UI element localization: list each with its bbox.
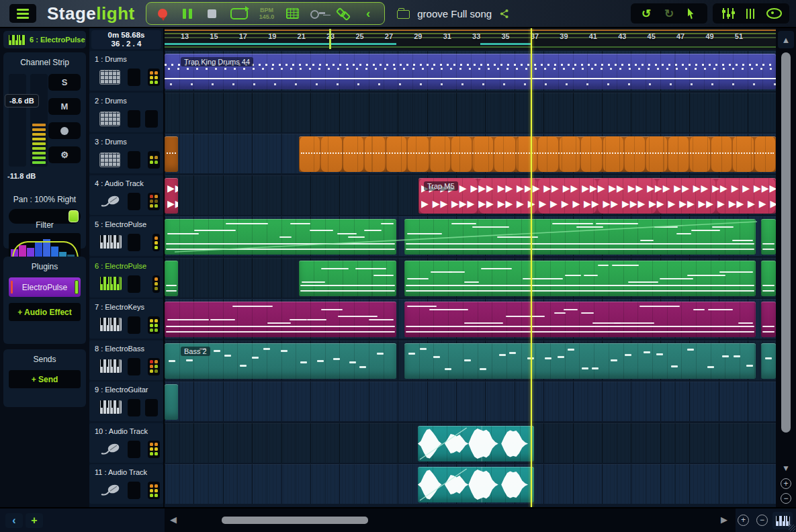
share-icon[interactable]: [499, 9, 509, 19]
clip[interactable]: Trap King Drums 44: [165, 54, 776, 89]
grid-view-button[interactable]: [742, 5, 760, 22]
arrange-row[interactable]: [165, 134, 776, 173]
add-audio-effect-button[interactable]: + Audio Effect: [9, 303, 81, 321]
bpm-display[interactable]: BPM 145.0: [259, 7, 275, 20]
track-button[interactable]: [128, 275, 140, 293]
track-button[interactable]: [128, 316, 140, 334]
key-button[interactable]: [310, 5, 325, 21]
record-button[interactable]: [156, 5, 169, 21]
arrange-row[interactable]: [165, 216, 776, 256]
timeline-ruler[interactable]: 1315171921232527293133353739414345474951: [165, 28, 776, 50]
clip[interactable]: [165, 261, 178, 296]
track-row[interactable]: 8 : ElectroBass: [89, 341, 163, 380]
arrange-row[interactable]: [165, 258, 776, 298]
track-button[interactable]: [128, 234, 140, 251]
time-position-display[interactable]: 0m 58.68s 36 . 2 . 4: [91, 30, 161, 49]
track-row[interactable]: 6 : ElectroPulse: [89, 258, 163, 298]
track-button[interactable]: [128, 110, 140, 128]
track-button[interactable]: [145, 110, 158, 128]
zoom-out-button[interactable]: −: [756, 515, 768, 526]
arrange-row[interactable]: [165, 299, 776, 339]
track-button[interactable]: [128, 69, 140, 86]
scroll-up-button[interactable]: ▲: [778, 31, 794, 48]
mute-button[interactable]: M: [48, 98, 81, 115]
arrange-row[interactable]: [165, 423, 776, 463]
add-send-button[interactable]: + Send: [9, 370, 81, 388]
track-button[interactable]: [128, 151, 140, 169]
arrange-row[interactable]: [165, 382, 776, 421]
add-track-button[interactable]: +: [26, 513, 43, 528]
arm-record-button[interactable]: [48, 122, 81, 139]
clip[interactable]: [761, 219, 776, 255]
redo-button[interactable]: ↻: [660, 5, 678, 22]
clip[interactable]: [761, 343, 776, 379]
clip[interactable]: [299, 261, 396, 296]
track-button[interactable]: [128, 358, 140, 375]
grid-snap-button[interactable]: [285, 5, 299, 21]
playhead[interactable]: [531, 28, 532, 507]
song-title[interactable]: groove Full song: [417, 8, 492, 19]
edit-cursor[interactable]: [329, 29, 331, 49]
clip[interactable]: [165, 384, 178, 420]
clip[interactable]: [418, 467, 534, 502]
clip[interactable]: [761, 261, 776, 296]
eye-view-button[interactable]: [765, 5, 783, 22]
clip[interactable]: [418, 426, 534, 461]
track-row[interactable]: 5 : ElectroPulse: [89, 216, 163, 256]
track-row[interactable]: 9 : ElectroGuitar: [89, 382, 163, 421]
vertical-scroll-thumb[interactable]: [781, 52, 791, 433]
track-button[interactable]: [128, 441, 140, 458]
solo-button[interactable]: S: [48, 74, 81, 91]
gain-value[interactable]: -8.6 dB: [5, 94, 39, 107]
selected-track-chip[interactable]: 6 : ElectroPulse: [3, 31, 86, 48]
track-row[interactable]: 2 : Drums: [89, 93, 163, 132]
link-button[interactable]: [337, 5, 350, 21]
undo-button[interactable]: ↺: [637, 5, 655, 22]
track-row[interactable]: 1 : Drums: [89, 51, 163, 91]
clip[interactable]: [299, 136, 776, 172]
collapse-left-button[interactable]: ‹: [5, 513, 23, 528]
clip[interactable]: [165, 136, 178, 172]
horizontal-scroll-track[interactable]: [188, 516, 712, 525]
clip[interactable]: Bass 2: [165, 343, 396, 379]
arrange-row[interactable]: [165, 93, 776, 132]
plugin-electropulse-button[interactable]: ElectroPulse: [9, 277, 81, 297]
track-row[interactable]: 11 : Audio Track: [89, 464, 163, 504]
scroll-down-button[interactable]: ▼: [778, 462, 794, 474]
settings-button[interactable]: ⚙: [48, 146, 81, 163]
horizontal-scroll-thumb[interactable]: [222, 517, 368, 524]
clip[interactable]: [404, 261, 756, 296]
track-row[interactable]: 4 : Audio Track: [89, 175, 163, 215]
track-row[interactable]: 3 : Drums: [89, 134, 163, 173]
pause-button[interactable]: [181, 5, 194, 21]
track-button[interactable]: [128, 399, 140, 416]
clip[interactable]: ▶▶ ▶▶: [165, 178, 178, 214]
clip[interactable]: [404, 302, 756, 337]
clip[interactable]: ▶▶ ▶▶ ▶ ▶▶▶ ▶▶ ▶▶▶ ▶▶ ▶▶ ▶▶▶ ▶▶ ▶▶ ▶▶▶ ▶…: [418, 178, 776, 214]
filter-visualization[interactable]: [9, 233, 81, 260]
vertical-zoom-out-button[interactable]: −: [781, 493, 791, 504]
track-button[interactable]: [145, 399, 158, 416]
clip[interactable]: [761, 302, 776, 337]
scroll-left-button[interactable]: ◀: [170, 515, 177, 525]
collapse-transport-button[interactable]: ‹: [361, 5, 375, 21]
track-button[interactable]: [128, 193, 140, 210]
volume-fader[interactable]: [9, 74, 26, 167]
clip[interactable]: [404, 219, 756, 255]
menu-button[interactable]: [9, 4, 36, 23]
clip[interactable]: [404, 343, 756, 379]
stop-button[interactable]: [206, 5, 219, 21]
track-row[interactable]: 10 : Audio Track: [89, 423, 163, 463]
arrange-row[interactable]: Bass 2: [165, 341, 776, 380]
loop-button[interactable]: [230, 5, 248, 21]
arrange-row[interactable]: Trap King Drums 44: [165, 51, 776, 91]
vertical-zoom-in-button[interactable]: +: [781, 478, 791, 489]
track-row[interactable]: 7 : ElectroKeys: [89, 299, 163, 339]
track-button[interactable]: [128, 482, 140, 499]
pointer-tool-button[interactable]: [683, 5, 701, 22]
resize-grip[interactable]: [789, 525, 795, 531]
mixer-view-button[interactable]: [719, 5, 737, 22]
arrange-row[interactable]: ▶▶ ▶▶ ▶▶ ▶▶ ▶ ▶▶▶ ▶▶ ▶▶▶ ▶▶ ▶▶ ▶▶▶ ▶▶ ▶▶…: [165, 175, 776, 215]
zoom-in-button[interactable]: +: [738, 515, 749, 526]
open-song-button[interactable]: [397, 10, 410, 19]
